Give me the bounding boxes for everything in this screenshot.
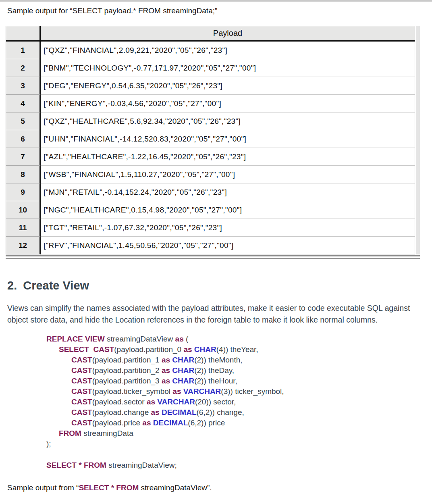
- row-number-cell: 12: [6, 237, 41, 254]
- payload-cell: ["TGT","RETAIL",-1.07,67.32,"2020","05",…: [41, 219, 415, 237]
- table-row: 1["QXZ","FINANCIAL",2.09,221,"2020","05"…: [6, 42, 415, 59]
- table-right-gutter: [416, 26, 420, 254]
- payload-column-header: Payload: [41, 26, 415, 40]
- payload-cell: ["NGC","HEALTHCARE",0.15,4.98,"2020","05…: [41, 201, 415, 219]
- result-grid: Payload 1["QXZ","FINANCIAL",2.09,221,"20…: [6, 26, 415, 254]
- table-row: 3["DEG","ENERGY",0.54,6.35,"2020","05","…: [6, 77, 415, 95]
- table-row: 7["AZL","HEALTHCARE",-1.22,16.45,"2020",…: [6, 148, 415, 166]
- code-line: SELECT * FROM streamingDataView;: [46, 460, 432, 471]
- payload-cell: ["AZL","HEALTHCARE",-1.22,16.45,"2020","…: [41, 148, 415, 166]
- row-number-cell: 1: [6, 42, 41, 59]
- table-row: 6["UHN","FINANCIAL",-14.12,520.83,"2020"…: [6, 130, 415, 148]
- payload-cell: ["DEG","ENERGY",0.54,6.35,"2020","05","2…: [41, 77, 415, 95]
- table-row: 10["NGC","HEALTHCARE",0.15,4.98,"2020","…: [6, 201, 415, 219]
- payload-cell: ["WSB","FINANCIAL",1.5,110.27,"2020","05…: [41, 166, 415, 183]
- section-paragraph: Views can simplify the names associated …: [7, 302, 421, 326]
- table-row: 5["QXZ","HEALTHCARE",5.6,92.34,"2020","0…: [6, 112, 415, 130]
- row-number-cell: 5: [6, 112, 41, 130]
- row-number-cell: 6: [6, 130, 41, 148]
- bottom-caption-suffix: streamingDataView”.: [139, 483, 212, 492]
- table-row: 11["TGT","RETAIL",-1.07,67.32,"2020","05…: [6, 219, 415, 237]
- payload-cell: ["BNM","TECHNOLOGY",-0.77,171.97,"2020",…: [41, 59, 415, 77]
- code-line: CAST(payload.partition_2 as CHAR(2)) the…: [46, 365, 432, 376]
- payload-cell: ["RFV","FINANCIAL",1.45,50.56,"2020","05…: [41, 237, 415, 254]
- row-number-cell: 8: [6, 166, 41, 183]
- code-line: CAST(payload.partition_1 as CHAR(2)) the…: [46, 355, 432, 365]
- sql-code-block: REPLACE VIEW streamingDataView as (SELEC…: [46, 334, 432, 471]
- row-number-cell: 2: [6, 59, 41, 77]
- code-line: REPLACE VIEW streamingDataView as (: [46, 334, 432, 344]
- table-row: 9["MJN","RETAIL",-0.14,152.24,"2020","05…: [6, 183, 415, 201]
- row-number-cell: 9: [6, 183, 41, 201]
- payload-result-table: Payload 1["QXZ","FINANCIAL",2.09,221,"20…: [6, 26, 415, 254]
- table-bottom-rule-1: [6, 255, 420, 256]
- table-row: 2["BNM","TECHNOLOGY",-0.77,171.97,"2020"…: [6, 59, 415, 77]
- code-line: CAST(payload.ticker_symbol as VARCHAR(3)…: [46, 386, 432, 397]
- row-number-cell: 7: [6, 148, 41, 166]
- row-number-cell: 3: [6, 77, 41, 95]
- bottom-caption: Sample output from “SELECT * FROM stream…: [7, 483, 432, 492]
- code-line: CAST(payload.price as DECIMAL(6,2)) pric…: [46, 418, 432, 428]
- row-number-header-cell: [6, 26, 41, 40]
- table-body: 1["QXZ","FINANCIAL",2.09,221,"2020","05"…: [6, 42, 415, 254]
- payload-cell: ["MJN","RETAIL",-0.14,152.24,"2020","05"…: [41, 183, 415, 201]
- payload-cell: ["KIN","ENERGY",-0.03,4.56,"2020","05","…: [41, 95, 415, 112]
- table-row: 4["KIN","ENERGY",-0.03,4.56,"2020","05",…: [6, 95, 415, 112]
- code-line: );: [46, 439, 432, 449]
- code-line: CAST(payload.partition_3 as CHAR(2)) the…: [46, 376, 432, 386]
- payload-cell: ["QXZ","FINANCIAL",2.09,221,"2020","05",…: [41, 42, 415, 59]
- bottom-caption-prefix: Sample output from “: [7, 483, 79, 492]
- table-bottom-rule-2: [6, 258, 420, 259]
- payload-cell: ["UHN","FINANCIAL",-14.12,520.83,"2020",…: [41, 130, 415, 148]
- code-line: CAST(payload.sector as VARCHAR(20)) sect…: [46, 397, 432, 407]
- table-header-row: Payload: [6, 26, 415, 42]
- section-title: Create View: [23, 279, 89, 292]
- window-top-edge: [0, 0, 432, 2]
- row-number-cell: 4: [6, 95, 41, 112]
- code-line: FROM streamingData: [46, 428, 432, 439]
- table-row: 8["WSB","FINANCIAL",1.5,110.27,"2020","0…: [6, 166, 415, 183]
- section-number: 2.: [7, 279, 17, 292]
- sample-output-caption: Sample output for “SELECT payload.* FROM…: [7, 6, 432, 15]
- section-heading: 2.Create View: [7, 279, 432, 292]
- row-number-cell: 10: [6, 201, 41, 219]
- table-row: 12["RFV","FINANCIAL",1.45,50.56,"2020","…: [6, 237, 415, 254]
- row-number-cell: 11: [6, 219, 41, 237]
- code-line: SELECT CAST(payload.partition_0 as CHAR(…: [46, 344, 432, 355]
- payload-cell: ["QXZ","HEALTHCARE",5.6,92.34,"2020","05…: [41, 112, 415, 130]
- code-line: CAST(payload.change as DECIMAL(6,2)) cha…: [46, 407, 432, 418]
- code-blank-line: [46, 449, 432, 460]
- bottom-caption-sql-keywords: SELECT * FROM: [79, 483, 139, 492]
